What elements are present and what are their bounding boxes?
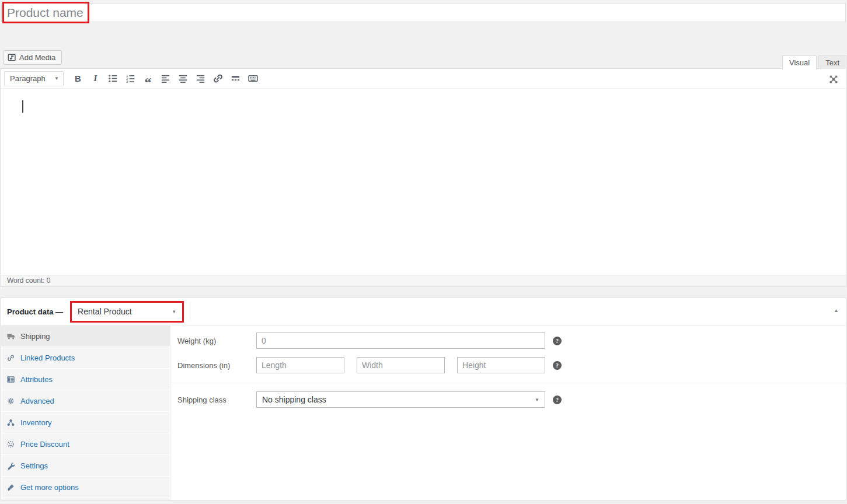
media-icon [8, 53, 16, 62]
product-data-panel: Product data — Rental Product ▼ ▲ Shippi… [1, 298, 846, 501]
tab-label: Settings [20, 461, 48, 470]
shipping-class-label: Shipping class [177, 396, 256, 404]
svg-text:3: 3 [126, 79, 128, 83]
help-icon[interactable]: ? [553, 396, 562, 404]
link-icon [6, 354, 15, 362]
tab-label: Attributes [20, 375, 53, 384]
tab-advanced[interactable]: Advanced [1, 390, 170, 412]
weight-label: Weight (kg) [177, 337, 256, 345]
bold-button[interactable]: B [71, 71, 85, 86]
numbered-list-icon: 1 2 3 [125, 73, 136, 84]
chevron-down-icon: ▼ [172, 309, 176, 314]
product-type-value: Rental Product [78, 307, 132, 316]
bold-icon: B [75, 74, 81, 83]
shipping-panel: Weight (kg) ? Dimensions (in) ? Shipping… [170, 326, 846, 500]
chevron-down-icon: ▼ [535, 397, 539, 402]
panel-collapse-toggle[interactable]: ▲ [834, 307, 839, 313]
width-input[interactable] [357, 357, 445, 373]
header-divider [190, 303, 190, 320]
editor-mode-tabs: Visual Text [782, 55, 846, 69]
help-icon[interactable]: ? [553, 337, 562, 345]
text-cursor [22, 100, 23, 113]
tab-label: Price Discount [20, 440, 69, 449]
product-data-body: Shipping Linked Products [1, 326, 846, 500]
insert-link-button[interactable] [211, 71, 225, 86]
keyboard-shortcuts-button[interactable] [246, 71, 260, 86]
tab-label: Advanced [20, 397, 54, 405]
link-icon [212, 73, 224, 84]
editor-content-area[interactable] [1, 89, 846, 275]
discount-smiley-icon [6, 440, 15, 448]
highlight-box-product-type: Rental Product ▼ [70, 301, 184, 323]
content-editor: Paragraph ▼ B I 1 2 3 “ [1, 68, 846, 287]
attributes-icon [6, 376, 15, 383]
paragraph-format-label: Paragraph [10, 74, 46, 83]
tab-label: Get more options [20, 483, 79, 492]
blockquote-icon: “ [145, 72, 152, 85]
tab-get-more-options[interactable]: Get more options [1, 477, 170, 498]
dimensions-row: Dimensions (in) ? [170, 357, 846, 373]
dimensions-label: Dimensions (in) [177, 361, 256, 370]
numbered-list-button[interactable]: 1 2 3 [123, 71, 138, 86]
align-right-icon [195, 73, 206, 84]
tab-price-discount[interactable]: Price Discount [1, 433, 170, 455]
blockquote-button[interactable]: “ [141, 71, 155, 86]
fullscreen-collapse-icon [828, 74, 839, 85]
align-center-icon [177, 73, 189, 84]
wrench-icon [6, 462, 15, 470]
product-data-tabs: Shipping Linked Products [1, 326, 170, 500]
tab-label: Shipping [20, 332, 50, 341]
distraction-free-button[interactable] [826, 72, 841, 86]
chevron-down-icon: ▼ [54, 76, 59, 81]
shipping-class-row: Shipping class No shipping class ▼ ? [170, 391, 846, 408]
read-more-tag-button[interactable] [228, 71, 243, 86]
read-more-icon [230, 73, 241, 84]
weight-input[interactable] [256, 332, 545, 349]
product-title-row [1, 3, 846, 22]
product-data-header: Product data — Rental Product ▼ ▲ [1, 298, 846, 326]
editor-toolbar: Paragraph ▼ B I 1 2 3 “ [1, 69, 846, 89]
align-right-button[interactable] [193, 71, 208, 86]
tab-visual[interactable]: Visual [782, 55, 817, 69]
word-count: Word count: 0 [7, 276, 50, 285]
truck-icon [6, 332, 15, 340]
product-data-heading: Product data — [7, 307, 63, 316]
inventory-icon [6, 419, 15, 426]
tab-linked-products[interactable]: Linked Products [1, 347, 170, 369]
align-center-button[interactable] [176, 71, 190, 86]
height-input[interactable] [457, 357, 545, 373]
tab-label: Linked Products [20, 354, 75, 362]
bulleted-list-icon [107, 73, 118, 84]
editor-status-bar: Word count: 0 [1, 275, 846, 286]
add-media-label: Add Media [19, 53, 55, 62]
add-media-button[interactable]: Add Media [3, 50, 62, 65]
bulleted-list-button[interactable] [106, 71, 120, 86]
product-name-input[interactable] [1, 3, 846, 22]
gear-icon [6, 397, 15, 405]
shipping-class-value: No shipping class [262, 395, 326, 404]
product-type-select[interactable]: Rental Product ▼ [72, 303, 182, 321]
keyboard-icon [248, 73, 259, 84]
paragraph-format-select[interactable]: Paragraph ▼ [4, 71, 64, 86]
italic-icon: I [94, 74, 97, 83]
tab-label: Inventory [20, 418, 51, 427]
align-left-icon [160, 73, 171, 84]
tab-settings[interactable]: Settings [1, 455, 170, 477]
tab-attributes[interactable]: Attributes [1, 369, 170, 390]
tab-inventory[interactable]: Inventory [1, 412, 170, 433]
tab-shipping[interactable]: Shipping [1, 326, 170, 347]
help-icon[interactable]: ? [553, 361, 562, 370]
weight-row: Weight (kg) ? [170, 332, 846, 349]
options-group-divider [170, 383, 846, 383]
length-input[interactable] [256, 357, 344, 373]
italic-button[interactable]: I [88, 71, 103, 86]
plugin-icon [6, 484, 15, 491]
shipping-class-select[interactable]: No shipping class ▼ [256, 391, 545, 408]
tab-text[interactable]: Text [818, 55, 846, 69]
align-left-button[interactable] [158, 71, 173, 86]
